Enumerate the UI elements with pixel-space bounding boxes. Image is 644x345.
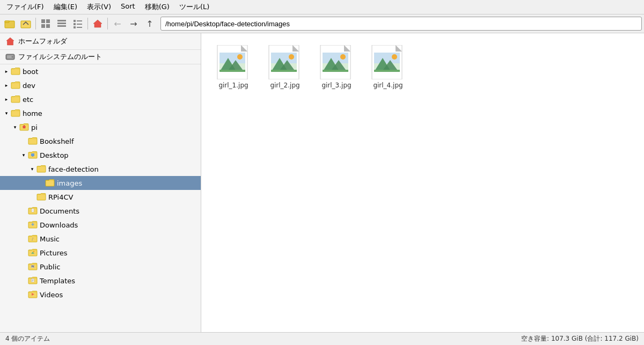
menubar-item-G[interactable]: 移動(G) — [141, 1, 174, 13]
tree-label-RPi4CV: RPi4CV — [48, 193, 73, 201]
svg-rect-60 — [219, 70, 245, 72]
tree-label-home: home — [23, 109, 42, 118]
tree-item-Downloads[interactable]: Downloads — [0, 218, 201, 232]
file-item-girl_2-jpg[interactable]: girl_2.jpg — [261, 42, 309, 92]
sep3 — [107, 18, 108, 30]
svg-point-67 — [289, 54, 294, 60]
svg-rect-43 — [32, 266, 33, 267]
folder-icon-desktop — [28, 150, 38, 160]
file-content: girl_1.jpg girl_2.jpg — [201, 33, 644, 332]
tree-item-Pictures[interactable]: Pictures — [0, 246, 201, 260]
tree-label-pi: pi — [31, 123, 38, 131]
tree-item-images[interactable]: images — [0, 176, 201, 190]
svg-rect-71 — [271, 74, 297, 77]
menubar-item-E[interactable]: 編集(E) — [49, 1, 82, 13]
tree-arrow-Templates — [19, 276, 28, 285]
svg-point-40 — [33, 251, 34, 252]
back-button[interactable]: ← — [110, 16, 125, 31]
svg-rect-1 — [5, 21, 9, 23]
tree-item-face-detection[interactable]: face-detection — [0, 162, 201, 176]
tree-item-Templates[interactable]: Templates — [0, 274, 201, 288]
tree-item-bookshelf[interactable]: Bookshelf — [0, 134, 201, 148]
tree-item-home[interactable]: home — [0, 106, 201, 120]
file-thumb-girl_3.jpg — [319, 45, 354, 79]
forward-button[interactable]: → — [126, 16, 141, 31]
sidebar: ホームフォルダ ファイルシステムのルート boot dev etc home p… — [0, 33, 201, 332]
tree-item-desktop[interactable]: Desktop — [0, 148, 201, 162]
tree-item-Public[interactable]: Public — [0, 260, 201, 274]
tree-arrow-Downloads — [19, 221, 28, 229]
menubar-item-V[interactable]: 表示(V) — [83, 1, 115, 13]
menubar: ファイル(F)編集(E)表示(V)Sort移動(G)ツール(L) — [0, 0, 644, 14]
tree-arrow-face-detection — [28, 165, 36, 173]
tree-label-face-detection: face-detection — [48, 165, 99, 173]
folder-icon-Downloads — [28, 220, 38, 230]
file-item-girl_1-jpg[interactable]: girl_1.jpg — [210, 42, 257, 92]
statusbar: 4 個のアイテム 空き容量: 107.3 GiB (合計: 117.2 GiB) — [0, 332, 644, 345]
tree-item-Videos[interactable]: Videos — [0, 288, 201, 302]
icon-view-button[interactable] — [38, 16, 53, 31]
svg-rect-9 — [57, 25, 66, 27]
tree-item-etc[interactable]: etc — [0, 92, 201, 106]
svg-rect-10 — [74, 20, 76, 22]
tree-label-Templates: Templates — [40, 277, 75, 285]
home-button[interactable] — [90, 16, 105, 31]
tree-arrow-dev — [2, 81, 11, 90]
svg-rect-3 — [41, 19, 45, 23]
tree-label-dev: dev — [23, 82, 35, 90]
svg-rect-70 — [271, 70, 297, 72]
up-button[interactable]: ↑ — [142, 16, 157, 31]
tree-label-Music: Music — [40, 235, 60, 243]
file-name-girl_4.jpg: girl_4.jpg — [373, 82, 402, 89]
folder-icon-images — [45, 178, 55, 188]
compact-view-button[interactable] — [54, 16, 69, 31]
tree-arrow-pi — [11, 123, 19, 131]
tree-label-Public: Public — [40, 263, 60, 271]
tree-item-dev[interactable]: dev — [0, 78, 201, 92]
home-folder-header[interactable]: ホームフォルダ — [0, 33, 201, 50]
sep1 — [35, 18, 36, 30]
folder-icon-Videos — [28, 290, 38, 300]
file-thumb-girl_4.jpg — [371, 45, 405, 79]
svg-rect-14 — [74, 26, 76, 28]
svg-rect-8 — [57, 23, 66, 24]
svg-rect-4 — [46, 19, 50, 23]
menubar-item-Sort[interactable]: Sort — [116, 1, 140, 13]
file-name-girl_2.jpg: girl_2.jpg — [270, 82, 299, 89]
tree-arrow-home — [2, 109, 11, 118]
svg-rect-15 — [77, 27, 82, 28]
tree-item-Music[interactable]: ♪ Music — [0, 232, 201, 246]
tree-item-Documents[interactable]: Documents — [0, 204, 201, 218]
filesystem-root-header[interactable]: ファイルシステムのルート — [0, 50, 201, 64]
folder-icon-pi — [19, 122, 29, 133]
file-item-girl_3-jpg[interactable]: girl_3.jpg — [313, 42, 360, 92]
svg-rect-32 — [32, 209, 34, 212]
svg-text:♪: ♪ — [32, 237, 34, 241]
tree-item-pi[interactable]: pi — [0, 120, 201, 134]
file-name-girl_1.jpg: girl_1.jpg — [218, 82, 248, 89]
svg-rect-28 — [37, 166, 46, 172]
svg-rect-13 — [77, 24, 82, 25]
tree-arrow-RPi4CV — [28, 193, 36, 201]
menubar-item-L[interactable]: ツール(L) — [175, 1, 214, 13]
svg-point-57 — [237, 54, 243, 60]
new-folder-button[interactable] — [2, 16, 17, 31]
address-bar[interactable] — [160, 17, 642, 31]
tree-item-boot[interactable]: boot — [0, 64, 201, 78]
svg-rect-91 — [374, 74, 400, 77]
list-view-button[interactable] — [70, 16, 85, 31]
tree-label-etc: etc — [23, 96, 33, 104]
folder-icon-Templates — [28, 276, 38, 286]
tree-label-Documents: Documents — [40, 207, 79, 215]
svg-rect-24 — [28, 138, 37, 144]
menubar-item-F[interactable]: ファイル(F) — [2, 1, 48, 13]
file-name-girl_3.jpg: girl_3.jpg — [321, 82, 351, 89]
folder-icon-face-detection — [36, 164, 46, 174]
open-button[interactable] — [18, 16, 33, 31]
file-item-girl_4-jpg[interactable]: girl_4.jpg — [364, 42, 412, 92]
tree-label-bookshelf: Bookshelf — [40, 137, 74, 145]
tree-item-RPi4CV[interactable]: RPi4CV — [0, 190, 201, 204]
tree-arrow-Public — [19, 262, 28, 271]
file-thumb-girl_2.jpg — [268, 45, 302, 79]
svg-rect-21 — [11, 97, 20, 102]
